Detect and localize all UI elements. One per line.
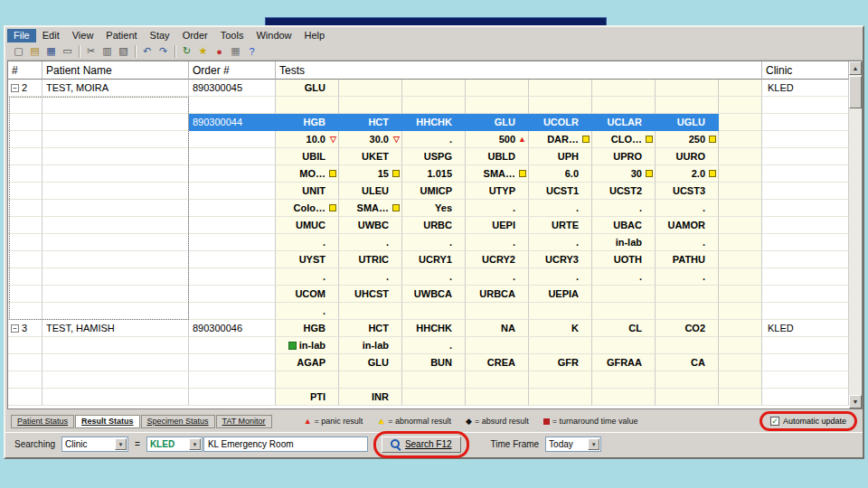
grid-cell-empty[interactable] — [339, 371, 402, 389]
grid-cell[interactable]: AGAP — [276, 354, 339, 371]
grid-cell[interactable]: Colo… — [276, 200, 339, 217]
grid-cell[interactable]: HCT — [339, 114, 402, 131]
menu-window[interactable]: Window — [250, 29, 297, 42]
grid-cell[interactable]: HGB — [276, 320, 339, 337]
grid-cell-empty[interactable] — [719, 114, 762, 131]
grid-cell-empty[interactable] — [762, 371, 849, 389]
grid-cell[interactable]: 890300044 — [189, 114, 276, 131]
grid-cell-empty[interactable] — [719, 183, 762, 200]
grid-cell[interactable]: TEST, MOIRA — [42, 80, 189, 97]
grid-cell[interactable]: UMUC — [276, 217, 339, 234]
grid-cell[interactable]: . — [276, 268, 339, 286]
grid-cell-empty[interactable] — [402, 303, 466, 320]
grid-cell-empty[interactable] — [189, 354, 276, 371]
grid-cell-empty[interactable] — [719, 97, 762, 114]
grid-cell[interactable]: NA — [466, 320, 529, 337]
grid-cell[interactable]: KLED — [762, 320, 849, 337]
grid-cell-empty[interactable] — [592, 389, 656, 406]
grid-cell-empty[interactable] — [8, 234, 42, 251]
redo-icon[interactable]: ↷ — [156, 44, 171, 59]
grid-cell-empty[interactable] — [42, 234, 189, 251]
grid-cell[interactable]: . — [656, 234, 719, 251]
grid-cell[interactable]: 1.015 — [402, 165, 466, 183]
grid-cell[interactable]: GLU — [339, 354, 402, 371]
grid-cell[interactable]: UGLU — [656, 114, 719, 131]
grid-cell-empty[interactable] — [719, 165, 762, 183]
grid-cell[interactable]: . — [529, 234, 592, 251]
grid-cell[interactable]: USPG — [402, 148, 466, 165]
grid-cell[interactable]: PATHU — [656, 251, 719, 268]
grid-cell-empty[interactable] — [42, 165, 189, 183]
grid-cell[interactable]: . — [592, 200, 656, 217]
grid-cell-empty[interactable] — [762, 148, 849, 165]
grid-cell[interactable]: CL — [592, 320, 656, 337]
grid-cell-empty[interactable] — [719, 354, 762, 371]
grid-cell[interactable]: . — [529, 200, 592, 217]
grid-cell-empty[interactable] — [8, 268, 42, 286]
grid-cell-empty[interactable] — [42, 183, 189, 200]
vertical-scrollbar[interactable]: ▲ ▼ — [849, 61, 862, 408]
grid-icon[interactable]: ▦ — [228, 44, 243, 59]
grid-cell-empty[interactable] — [719, 80, 762, 97]
tab-result-status[interactable]: Result Status — [75, 415, 140, 428]
grid-cell-empty[interactable] — [42, 337, 189, 354]
grid-cell[interactable]: MO… — [276, 165, 339, 183]
grid-cell-empty[interactable] — [762, 165, 849, 183]
grid-cell[interactable]: UPH — [529, 148, 592, 165]
grid-cell[interactable]: KLED — [762, 80, 849, 97]
time-frame-select[interactable]: Today ▼ — [545, 436, 601, 452]
grid-cell[interactable]: . — [339, 234, 402, 251]
grid-cell-empty[interactable] — [719, 131, 762, 148]
stop-icon[interactable]: ● — [212, 44, 227, 59]
grid-cell-empty[interactable] — [189, 131, 276, 148]
grid-cell[interactable]: SMA… — [339, 200, 402, 217]
menu-file[interactable]: File — [7, 29, 36, 42]
grid-cell[interactable]: URBC — [402, 217, 466, 234]
grid-cell-empty[interactable] — [189, 165, 276, 183]
grid-cell[interactable]: . — [656, 200, 719, 217]
grid-cell-empty[interactable] — [189, 389, 276, 406]
grid-cell[interactable]: 890300046 — [189, 320, 276, 337]
grid-cell[interactable]: 250 — [656, 131, 719, 148]
expand-toggle-icon[interactable]: − — [11, 324, 19, 333]
grid-cell-empty[interactable] — [8, 389, 42, 406]
scroll-down-icon[interactable]: ▼ — [849, 395, 862, 408]
undo-icon[interactable]: ↶ — [139, 44, 155, 59]
grid-cell[interactable]: −2 — [8, 80, 42, 97]
grid-cell-empty[interactable] — [466, 337, 529, 354]
grid-cell[interactable]: . — [276, 234, 339, 251]
save-icon[interactable]: ▦ — [43, 44, 59, 59]
grid-cell-empty[interactable] — [8, 371, 42, 389]
grid-cell-empty[interactable] — [719, 268, 762, 286]
new-document-icon[interactable]: ▢ — [11, 44, 26, 59]
favorites-icon[interactable]: ★ — [195, 44, 211, 59]
grid-cell-empty[interactable] — [762, 389, 849, 406]
grid-cell[interactable]: −3 — [8, 320, 42, 337]
print-icon[interactable]: ▭ — [60, 44, 75, 59]
grid-cell[interactable]: UPRO — [592, 148, 656, 165]
grid-cell-empty[interactable] — [762, 337, 849, 354]
grid-cell-empty[interactable] — [466, 371, 529, 389]
grid-cell-empty[interactable] — [592, 80, 656, 97]
grid-cell[interactable]: UWBCA — [402, 286, 466, 303]
scroll-thumb[interactable] — [849, 76, 862, 108]
grid-cell-empty[interactable] — [402, 97, 466, 114]
grid-cell-empty[interactable] — [339, 97, 402, 114]
header-order-number[interactable]: Order # — [189, 61, 276, 80]
header-patient-name[interactable]: Patient Name — [42, 61, 189, 80]
grid-cell[interactable]: HHCHK — [402, 114, 466, 131]
grid-cell-empty[interactable] — [592, 337, 656, 354]
grid-cell-empty[interactable] — [529, 80, 592, 97]
open-folder-icon[interactable]: ▤ — [27, 44, 42, 59]
grid-cell[interactable]: 10.0▽ — [276, 131, 339, 148]
grid-cell-empty[interactable] — [189, 217, 276, 234]
copy-icon[interactable]: ▥ — [99, 44, 115, 59]
grid-cell-empty[interactable] — [189, 303, 276, 320]
grid-cell[interactable]: UCRY3 — [529, 251, 592, 268]
grid-cell-empty[interactable] — [189, 251, 276, 268]
grid-cell[interactable]: CLO… — [592, 131, 656, 148]
grid-cell[interactable]: UCST3 — [656, 183, 719, 200]
grid-cell[interactable]: in-lab — [339, 337, 402, 354]
menu-edit[interactable]: Edit — [36, 29, 66, 42]
grid-cell[interactable]: PTI — [276, 389, 339, 406]
